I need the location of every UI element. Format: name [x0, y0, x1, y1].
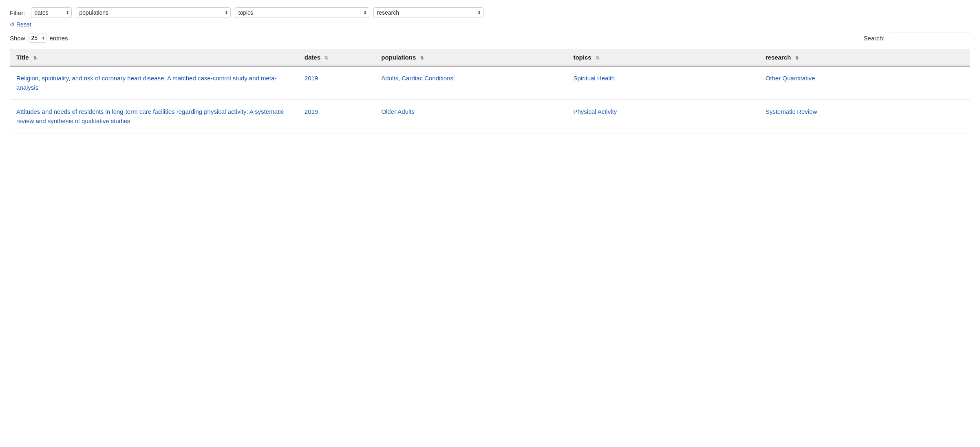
table-row: Religion, spirituality, and risk of coro… — [10, 66, 970, 100]
show-entries-control: Show 25 entries — [10, 33, 68, 43]
row1-dates: 2019 — [298, 66, 375, 100]
row1-topics: Spiritual Health — [567, 66, 759, 100]
reset-icon: ↺ — [10, 21, 15, 28]
research-filter-select[interactable]: research — [373, 7, 483, 18]
sort-icon-populations: ⇅ — [420, 55, 424, 60]
row2-research: Systematic Review — [759, 100, 970, 133]
col-header-populations[interactable]: populations ⇅ — [375, 49, 567, 66]
filter-label: Filter: — [10, 9, 25, 16]
row2-dates: 2019 — [298, 100, 375, 133]
table-body: Religion, spirituality, and risk of coro… — [10, 66, 970, 133]
row2-title[interactable]: Attitudes and needs of residents in long… — [10, 100, 298, 133]
filter-bar: Filter: dates populations topics researc… — [10, 7, 970, 28]
entries-label: entries — [50, 35, 68, 42]
populations-filter-select[interactable]: populations — [76, 7, 231, 18]
sort-icon-topics: ⇅ — [596, 55, 599, 60]
sort-icon-research: ⇅ — [795, 55, 799, 60]
topics-filter-select[interactable]: topics — [235, 7, 369, 18]
row2-populations: Older Adults — [375, 100, 567, 133]
row1-research: Other Quantitative — [759, 66, 970, 100]
table-controls: Show 25 entries Search: — [10, 33, 970, 43]
header-row: Title ⇅ dates ⇅ populations ⇅ topics ⇅ r… — [10, 49, 970, 66]
row1-populations: Adults, Cardiac Conditions — [375, 66, 567, 100]
col-header-topics[interactable]: topics ⇅ — [567, 49, 759, 66]
entries-select[interactable]: 25 — [29, 33, 46, 43]
topics-filter-wrapper: topics — [235, 7, 369, 18]
sort-icon-title: ⇅ — [33, 55, 37, 60]
reset-label: Reset — [16, 21, 31, 28]
search-input[interactable] — [889, 33, 970, 43]
col-header-research[interactable]: research ⇅ — [759, 49, 970, 66]
dates-filter-wrapper: dates — [31, 7, 72, 18]
col-header-title[interactable]: Title ⇅ — [10, 49, 298, 66]
search-control: Search: — [863, 33, 970, 43]
results-table: Title ⇅ dates ⇅ populations ⇅ topics ⇅ r… — [10, 49, 970, 133]
search-label: Search: — [863, 35, 885, 42]
show-label: Show — [10, 35, 25, 42]
reset-button[interactable]: ↺ Reset — [10, 21, 31, 28]
populations-filter-wrapper: populations — [76, 7, 231, 18]
entries-select-wrapper: 25 — [29, 33, 46, 43]
table-row: Attitudes and needs of residents in long… — [10, 100, 970, 133]
sort-icon-dates: ⇅ — [324, 55, 328, 60]
col-header-dates[interactable]: dates ⇅ — [298, 49, 375, 66]
research-filter-wrapper: research — [373, 7, 483, 18]
dates-filter-select[interactable]: dates — [31, 7, 72, 18]
table-header: Title ⇅ dates ⇅ populations ⇅ topics ⇅ r… — [10, 49, 970, 66]
row1-title[interactable]: Religion, spirituality, and risk of coro… — [10, 66, 298, 100]
row2-topics: Physical Activity — [567, 100, 759, 133]
